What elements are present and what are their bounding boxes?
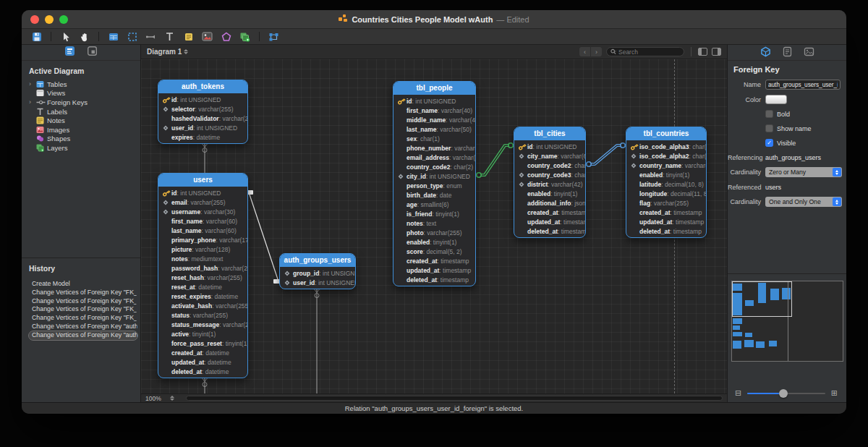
field-row[interactable]: deleted_at: timestamp [514,226,585,236]
layer-icon[interactable] [239,31,251,43]
field-row[interactable]: hashedValidator: varchar(255) [158,114,247,123]
field-row[interactable]: country_name: varchar(60) [626,161,706,170]
field-row[interactable]: email_address: varchar(50) [393,153,475,162]
field-row[interactable]: updated_at: datetime [158,357,247,367]
minimap-zoom-slider[interactable] [747,389,825,397]
disclosure-chevron-icon[interactable]: › [29,98,36,106]
disclosure-chevron-icon[interactable]: › [29,80,36,88]
history-item[interactable]: Create Model [29,280,137,289]
field-row[interactable]: score: decimal(5, 2) [393,247,475,256]
field-row[interactable]: person_type: enum [393,181,475,190]
field-row[interactable]: expires: datetime [158,132,247,142]
cardinality-referenced-select[interactable]: One and Only One [765,197,842,207]
field-row[interactable]: id: int UNSIGNED [393,96,475,106]
minimap-viewport[interactable] [732,281,792,317]
field-row[interactable]: district: varchar(42) [514,179,585,189]
pan-hand-icon[interactable] [78,31,90,43]
sidebar-item-tables[interactable]: ›Tables [29,80,140,89]
tab-properties[interactable] [760,46,771,59]
field-row[interactable]: iso_code_alpha3: char(3) [626,142,706,151]
save-icon[interactable] [30,31,43,43]
new-table-icon[interactable] [107,31,119,43]
text-label-icon[interactable] [163,31,176,43]
field-row[interactable]: status: varchar(255) [158,310,247,320]
field-row[interactable]: photo: varchar(255) [393,228,475,237]
field-row[interactable]: first_name: varchar(40) [393,106,475,115]
shape-icon[interactable] [220,31,232,43]
table-header[interactable]: tbl_countries [626,127,706,140]
field-row[interactable]: primary_phone: varchar(17) [158,235,247,244]
field-row[interactable]: city_id: int UNSIGNED [393,171,475,181]
nav-back-button[interactable]: ‹ [579,47,590,56]
field-row[interactable]: notes: text [393,218,475,228]
field-row[interactable]: status_message: varchar(255) [158,320,247,329]
field-row[interactable]: group_id: int UNSIGNED [280,268,355,278]
field-row[interactable]: email: varchar(255) [158,197,247,207]
field-row[interactable]: country_code2: char(2) [393,162,475,171]
field-row[interactable]: user_id: int UNSIGNED [280,278,355,287]
field-row[interactable]: reset_expires: datetime [158,291,247,301]
field-row[interactable]: force_pass_reset: tinyint(1) [158,339,247,348]
search-input[interactable] [618,48,680,56]
new-relation-icon[interactable] [145,31,157,43]
horizontal-scrollbar[interactable] [186,396,723,401]
image-icon[interactable] [201,31,213,43]
tab-notes-editor[interactable] [783,46,792,59]
history-item[interactable]: Change Vertices of Foreign Key "FK_pe... [29,297,137,306]
field-row[interactable]: updated_at: timestamp [393,265,475,275]
field-row[interactable]: created_at: timestamp [626,208,706,217]
note-icon[interactable] [182,31,195,43]
field-row[interactable]: username: varchar(30) [158,207,247,216]
show-name-checkbox[interactable]: ✓ [765,124,773,132]
fk-name-input[interactable] [765,80,841,90]
toggle-left-panel-icon[interactable] [698,48,707,56]
fk-color-swatch[interactable] [765,95,787,104]
field-row[interactable]: activate_hash: varchar(255) [158,301,247,310]
field-row[interactable]: deleted_at: timestamp [393,275,475,284]
history-item[interactable]: Change Vertices of Foreign Key "FK_city.… [29,305,137,314]
marquee-select-icon[interactable] [126,31,138,43]
sidebar-item-layers[interactable]: Layers [29,143,140,153]
field-row[interactable]: password_hash: varchar(255) [158,263,247,273]
zoom-out-icon[interactable]: ⊟ [735,389,741,397]
tab-image-preview[interactable] [804,47,814,58]
field-row[interactable]: updated_at: timestamp [626,217,706,226]
field-row[interactable]: age: smallint(6) [393,200,475,209]
zoom-fit-icon[interactable]: ⊞ [831,389,838,397]
tab-diagram-outline[interactable] [64,46,75,59]
field-row[interactable]: enabled: tinyint(1) [393,237,475,247]
history-item[interactable]: Change Vertices of Foreign Key "FK_city.… [29,314,137,323]
history-item[interactable]: Change Vertices of Foreign Key "FK_pe... [29,289,137,297]
history-item[interactable]: Change Vertices of Foreign Key "auth_g..… [29,323,137,331]
diagram-canvas[interactable]: auth_tokensid: int UNSIGNEDselector: var… [141,59,727,393]
table-header[interactable]: auth_tokens [158,80,247,93]
field-row[interactable]: created_at: timestamp [514,208,585,217]
nav-forward-button[interactable]: › [591,47,602,56]
field-row[interactable]: id: int UNSIGNED [514,142,585,151]
table-header[interactable]: tbl_cities [514,127,585,140]
table-header[interactable]: tbl_people [393,82,475,95]
zoom-level-control[interactable]: 100% [145,395,180,402]
field-row[interactable]: is_friend: tinyint(1) [393,209,475,218]
field-row[interactable]: id: int UNSIGNED [158,188,247,197]
field-row[interactable]: selector: varchar(255) [158,104,247,114]
slider-knob[interactable] [779,389,788,398]
minimap[interactable] [731,281,843,362]
table-header[interactable]: auth_groups_users [280,254,355,267]
field-row[interactable]: additional_info: json [514,198,585,208]
sidebar-item-images[interactable]: Images [29,125,140,135]
field-row[interactable]: enabled: tinyint(1) [514,189,585,198]
table-tbl_cities[interactable]: tbl_citiesid: int UNSIGNEDcity_name: var… [514,127,586,238]
sidebar-item-labels[interactable]: Labels [29,107,140,116]
field-row[interactable]: phone_number: varchar(20) [393,143,475,153]
field-row[interactable]: updated_at: timestamp [514,217,585,226]
tab-object-browser[interactable] [87,46,98,59]
auto-layout-icon[interactable] [268,31,280,43]
sidebar-item-foreign-keys[interactable]: ›Foreign Keys [29,98,140,107]
table-auth_groups_users[interactable]: auth_groups_usersgroup_id: int UNSIGNEDu… [279,253,356,289]
field-row[interactable]: deleted_at: timestamp [626,226,706,236]
cursor-icon[interactable] [59,31,72,43]
sidebar-item-notes[interactable]: Notes [29,116,140,125]
field-row[interactable]: first_name: varchar(60) [158,216,247,226]
field-row[interactable]: reset_hash: varchar(255) [158,273,247,282]
